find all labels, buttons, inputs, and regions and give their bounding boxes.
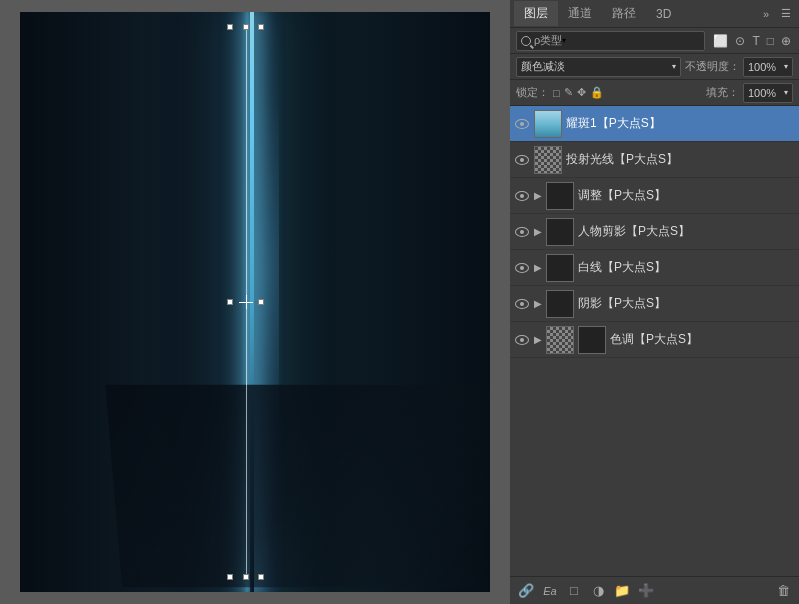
lock-all-btn[interactable]: 🔒 (590, 86, 604, 99)
layer-item[interactable]: ▶人物剪影【P大点S】 (510, 214, 799, 250)
opacity-value-text: 100% (748, 61, 776, 73)
right-panel: 图层 通道 路径 3D » ☰ ρ类型 ▾ ⬜ ⊙ T □ ⊕ 颜色减淡 ▾ 不… (510, 0, 799, 604)
floor-shadow (105, 385, 490, 588)
search-dropdown-icon: ▾ (562, 36, 566, 45)
layer-name: 人物剪影【P大点S】 (578, 223, 795, 240)
fill-input[interactable]: 100% ▾ (743, 83, 793, 103)
layer-thumbnail (546, 182, 574, 210)
eye-icon[interactable] (514, 260, 530, 276)
layer-name: 投射光线【P大点S】 (566, 151, 795, 168)
handle-top-right[interactable] (258, 24, 264, 30)
handle-bottom-left[interactable] (227, 574, 233, 580)
lock-row: 锁定： □ ✎ ✥ 🔒 填充： 100% ▾ (510, 80, 799, 106)
search-icon (521, 36, 531, 46)
bottom-toolbar: 🔗 Ea □ ◑ 📁 ➕ 🗑 (510, 576, 799, 604)
layer-item[interactable]: ▶调整【P大点S】 (510, 178, 799, 214)
fx-button[interactable]: Ea (540, 581, 560, 601)
layer-thumbnail (546, 290, 574, 318)
layer-icon-effect[interactable]: ⊕ (779, 33, 793, 49)
opacity-label: 不透明度： (685, 59, 740, 74)
adjustment-button[interactable]: ◑ (588, 581, 608, 601)
layer-icon-adjust[interactable]: ⊙ (733, 33, 747, 49)
blend-mode-select[interactable]: 颜色减淡 ▾ (516, 57, 681, 77)
canvas-area (0, 0, 510, 604)
opacity-chevron: ▾ (784, 62, 788, 71)
transform-crosshair (239, 295, 253, 309)
delete-layer-button[interactable]: 🗑 (773, 581, 793, 601)
layer-thumbnail (546, 218, 574, 246)
layers-list: 耀斑1【P大点S】投射光线【P大点S】▶调整【P大点S】▶人物剪影【P大点S】▶… (510, 106, 799, 576)
search-row: ρ类型 ▾ ⬜ ⊙ T □ ⊕ (510, 28, 799, 54)
lock-transparent-btn[interactable]: □ (553, 87, 560, 99)
tab-channels[interactable]: 通道 (558, 1, 602, 26)
link-layers-button[interactable]: 🔗 (516, 581, 536, 601)
handle-bottom-center[interactable] (243, 574, 249, 580)
layer-name: 耀斑1【P大点S】 (566, 115, 795, 132)
mask-button[interactable]: □ (564, 581, 584, 601)
group-expand-icon[interactable]: ▶ (534, 190, 542, 201)
lock-paint-btn[interactable]: ✎ (564, 86, 573, 99)
layer-item[interactable]: ▶白线【P大点S】 (510, 250, 799, 286)
fill-label: 填充： (706, 85, 739, 100)
layer-thumbnail (534, 146, 562, 174)
layer-icon-text[interactable]: T (750, 33, 761, 49)
handle-top-center[interactable] (243, 24, 249, 30)
layer-item[interactable]: 投射光线【P大点S】 (510, 142, 799, 178)
layer-name: 白线【P大点S】 (578, 259, 795, 276)
new-layer-button[interactable]: ➕ (636, 581, 656, 601)
handle-mid-right[interactable] (258, 299, 264, 305)
eye-icon[interactable] (514, 116, 530, 132)
blend-mode-value: 颜色减淡 (521, 59, 565, 74)
group-button[interactable]: 📁 (612, 581, 632, 601)
layer-type-icons: ⬜ ⊙ T □ ⊕ (711, 33, 793, 49)
group-expand-icon[interactable]: ▶ (534, 298, 542, 309)
group-expand-icon[interactable]: ▶ (534, 262, 542, 273)
eye-icon[interactable] (514, 296, 530, 312)
eye-icon[interactable] (514, 152, 530, 168)
layer-thumbnail (534, 110, 562, 138)
layer-name: 调整【P大点S】 (578, 187, 795, 204)
blend-mode-row: 颜色减淡 ▾ 不透明度： 100% ▾ (510, 54, 799, 80)
lock-position-btn[interactable]: ✥ (577, 86, 586, 99)
tab-3d[interactable]: 3D (646, 3, 681, 25)
tab-more-area: » ☰ (759, 5, 795, 22)
eye-icon[interactable] (514, 224, 530, 240)
tab-layers[interactable]: 图层 (514, 1, 558, 26)
tab-paths[interactable]: 路径 (602, 1, 646, 26)
lock-icons: □ ✎ ✥ 🔒 (553, 86, 604, 99)
layer-icon-shape[interactable]: □ (765, 33, 776, 49)
eye-icon[interactable] (514, 188, 530, 204)
blend-mode-chevron: ▾ (672, 62, 676, 71)
layer-item[interactable]: 耀斑1【P大点S】 (510, 106, 799, 142)
search-box[interactable]: ρ类型 ▾ (516, 31, 705, 51)
layer-name: 阴影【P大点S】 (578, 295, 795, 312)
handle-bottom-right[interactable] (258, 574, 264, 580)
layer-thumbnail (546, 254, 574, 282)
opacity-box: 不透明度： 100% ▾ (685, 57, 793, 77)
group-expand-icon[interactable]: ▶ (534, 226, 542, 237)
layer-item[interactable]: ▶色调【P大点S】 (510, 322, 799, 358)
group-expand-icon[interactable]: ▶ (534, 334, 542, 345)
layer-icon-image[interactable]: ⬜ (711, 33, 730, 49)
layer-thumbnail (546, 326, 574, 354)
search-label: ρ类型 (534, 33, 562, 48)
handle-top-left[interactable] (227, 24, 233, 30)
fill-value-text: 100% (748, 87, 776, 99)
layer-mask-thumbnail (578, 326, 606, 354)
canvas-image (20, 12, 490, 592)
tab-expand-button[interactable]: » (759, 6, 773, 22)
fill-chevron: ▾ (784, 88, 788, 97)
lock-label: 锁定： (516, 85, 549, 100)
tabs-row: 图层 通道 路径 3D » ☰ (510, 0, 799, 28)
tab-menu-button[interactable]: ☰ (777, 5, 795, 22)
eye-icon[interactable] (514, 332, 530, 348)
layer-name: 色调【P大点S】 (610, 331, 795, 348)
transform-overlay (227, 24, 265, 581)
opacity-input[interactable]: 100% ▾ (743, 57, 793, 77)
layer-item[interactable]: ▶阴影【P大点S】 (510, 286, 799, 322)
handle-mid-left[interactable] (227, 299, 233, 305)
